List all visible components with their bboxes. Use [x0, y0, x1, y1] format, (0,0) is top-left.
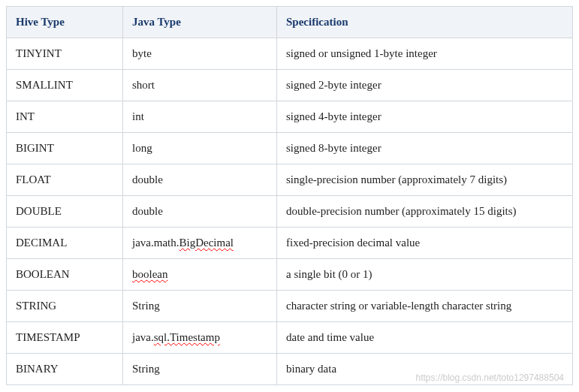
cell-java-type: long — [123, 133, 277, 164]
cell-java-type: String — [123, 354, 277, 385]
cell-hive-type: BOOLEAN — [7, 259, 123, 291]
cell-hive-type: STRING — [7, 291, 123, 322]
cell-specification: double-precision number (approximately 1… — [277, 196, 573, 228]
cell-hive-type: BINARY — [7, 354, 123, 385]
cell-specification: signed or unsigned 1-byte integer — [277, 38, 573, 70]
cell-java-type: double — [123, 164, 277, 196]
table-row: TIMESTAMP java.sql.Timestamp date and ti… — [7, 322, 573, 354]
cell-java-type: byte — [123, 38, 277, 70]
cell-java-type: java.math.BigDecimal — [123, 228, 277, 259]
cell-hive-type: BIGINT — [7, 133, 123, 164]
cell-specification: signed 8-byte integer — [277, 133, 573, 164]
cell-java-type: int — [123, 101, 277, 133]
cell-hive-type: SMALLINT — [7, 70, 123, 101]
type-mapping-table: Hive Type Java Type Specification TINYIN… — [6, 6, 573, 385]
cell-hive-type: INT — [7, 101, 123, 133]
cell-java-type: java.sql.Timestamp — [123, 322, 277, 354]
header-hive-type: Hive Type — [7, 7, 123, 38]
cell-specification: character string or variable-length char… — [277, 291, 573, 322]
cell-java-type: double — [123, 196, 277, 228]
cell-hive-type: DECIMAL — [7, 228, 123, 259]
header-specification: Specification — [277, 7, 573, 38]
cell-specification: a single bit (0 or 1) — [277, 259, 573, 291]
cell-specification: signed 4-byte integer — [277, 101, 573, 133]
cell-hive-type: TIMESTAMP — [7, 322, 123, 354]
table-row: BIGINT long signed 8-byte integer — [7, 133, 573, 164]
table-row: BINARY String binary data — [7, 354, 573, 385]
table-row: FLOAT double single-precision number (ap… — [7, 164, 573, 196]
table-row: TINYINT byte signed or unsigned 1-byte i… — [7, 38, 573, 70]
table-row: DOUBLE double double-precision number (a… — [7, 196, 573, 228]
cell-specification: fixed-precision decimal value — [277, 228, 573, 259]
table-row: BOOLEAN boolean a single bit (0 or 1) — [7, 259, 573, 291]
cell-specification: signed 2-byte integer — [277, 70, 573, 101]
table-row: INT int signed 4-byte integer — [7, 101, 573, 133]
cell-hive-type: FLOAT — [7, 164, 123, 196]
cell-specification: binary data — [277, 354, 573, 385]
table-row: DECIMAL java.math.BigDecimal fixed-preci… — [7, 228, 573, 259]
cell-hive-type: TINYINT — [7, 38, 123, 70]
cell-java-type: short — [123, 70, 277, 101]
cell-specification: date and time value — [277, 322, 573, 354]
table-row: SMALLINT short signed 2-byte integer — [7, 70, 573, 101]
cell-java-type: boolean — [123, 259, 277, 291]
table-header-row: Hive Type Java Type Specification — [7, 7, 573, 38]
cell-hive-type: DOUBLE — [7, 196, 123, 228]
cell-specification: single-precision number (approximately 7… — [277, 164, 573, 196]
table-row: STRING String character string or variab… — [7, 291, 573, 322]
header-java-type: Java Type — [123, 7, 277, 38]
cell-java-type: String — [123, 291, 277, 322]
